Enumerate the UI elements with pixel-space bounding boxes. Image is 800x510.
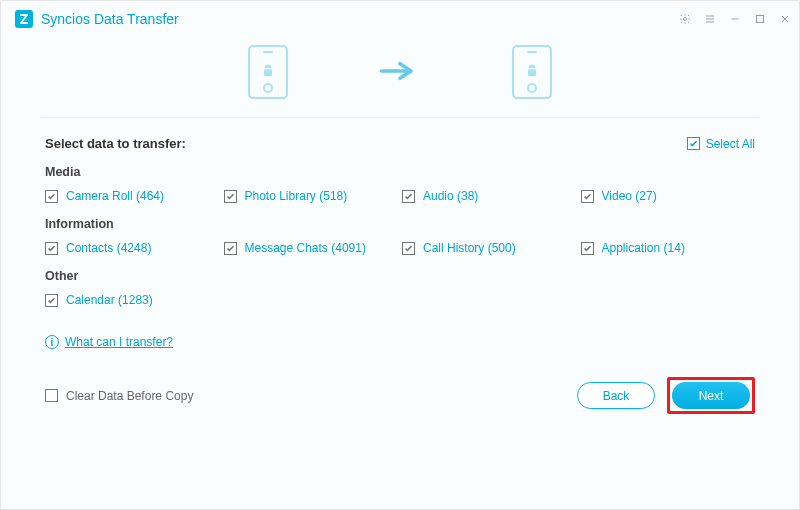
checkbox-icon (224, 190, 237, 203)
settings-icon[interactable] (679, 13, 691, 25)
media-grid: Camera Roll (464) Photo Library (518) Au… (45, 189, 755, 203)
item-photo-library[interactable]: Photo Library (518) (224, 189, 399, 203)
item-label: Video (27) (602, 189, 657, 203)
item-video[interactable]: Video (27) (581, 189, 756, 203)
minimize-icon[interactable] (729, 13, 741, 25)
button-group: Back Next (577, 377, 755, 414)
help-link[interactable]: What can I transfer? (65, 335, 173, 349)
item-label: Contacts (4248) (66, 241, 151, 255)
help-row: i What can I transfer? (1, 307, 799, 349)
checkbox-icon (45, 190, 58, 203)
item-label: Calendar (1283) (66, 293, 153, 307)
checkbox-icon (581, 242, 594, 255)
checkbox-icon (45, 242, 58, 255)
window-controls (679, 13, 791, 25)
item-audio[interactable]: Audio (38) (402, 189, 577, 203)
section-title-other: Other (45, 269, 755, 283)
transfer-arrow-icon (378, 59, 422, 86)
clear-data-checkbox[interactable]: Clear Data Before Copy (45, 389, 193, 403)
item-camera-roll[interactable]: Camera Roll (464) (45, 189, 220, 203)
app-logo-icon (15, 10, 33, 28)
svg-point-0 (684, 18, 687, 21)
item-label: Camera Roll (464) (66, 189, 164, 203)
other-grid: Calendar (1283) (45, 293, 755, 307)
information-grid: Contacts (4248) Message Chats (4091) Cal… (45, 241, 755, 255)
section-title-information: Information (45, 217, 755, 231)
checkbox-icon (402, 190, 415, 203)
item-calendar[interactable]: Calendar (1283) (45, 293, 220, 307)
item-label: Message Chats (4091) (245, 241, 366, 255)
checkbox-icon (45, 294, 58, 307)
next-button[interactable]: Next (672, 382, 750, 409)
item-label: Photo Library (518) (245, 189, 348, 203)
device-row (1, 37, 799, 117)
content: Select data to transfer: Select All Medi… (1, 118, 799, 307)
item-label: Audio (38) (423, 189, 478, 203)
checkbox-icon (45, 389, 58, 402)
item-message-chats[interactable]: Message Chats (4091) (224, 241, 399, 255)
item-call-history[interactable]: Call History (500) (402, 241, 577, 255)
section-title-media: Media (45, 165, 755, 179)
checkbox-icon (224, 242, 237, 255)
titlebar: Syncios Data Transfer (1, 1, 799, 37)
back-button[interactable]: Back (577, 382, 655, 409)
maximize-icon[interactable] (754, 13, 766, 25)
svg-rect-1 (757, 16, 764, 23)
footer: Clear Data Before Copy Back Next (1, 359, 799, 432)
svg-rect-5 (528, 69, 536, 76)
item-label: Call History (500) (423, 241, 516, 255)
select-all-label: Select All (706, 137, 755, 151)
item-label: Application (14) (602, 241, 685, 255)
close-icon[interactable] (779, 13, 791, 25)
select-heading: Select data to transfer: (45, 136, 186, 151)
svg-rect-2 (264, 69, 272, 76)
next-highlight: Next (667, 377, 755, 414)
item-contacts[interactable]: Contacts (4248) (45, 241, 220, 255)
checkbox-icon (581, 190, 594, 203)
target-device-icon (512, 45, 552, 99)
checkbox-icon (402, 242, 415, 255)
menu-icon[interactable] (704, 13, 716, 25)
checkbox-icon (687, 137, 700, 150)
select-all-checkbox[interactable]: Select All (687, 137, 755, 151)
app-title: Syncios Data Transfer (41, 11, 179, 27)
clear-data-label: Clear Data Before Copy (66, 389, 193, 403)
item-application[interactable]: Application (14) (581, 241, 756, 255)
info-icon: i (45, 335, 59, 349)
source-device-icon (248, 45, 288, 99)
